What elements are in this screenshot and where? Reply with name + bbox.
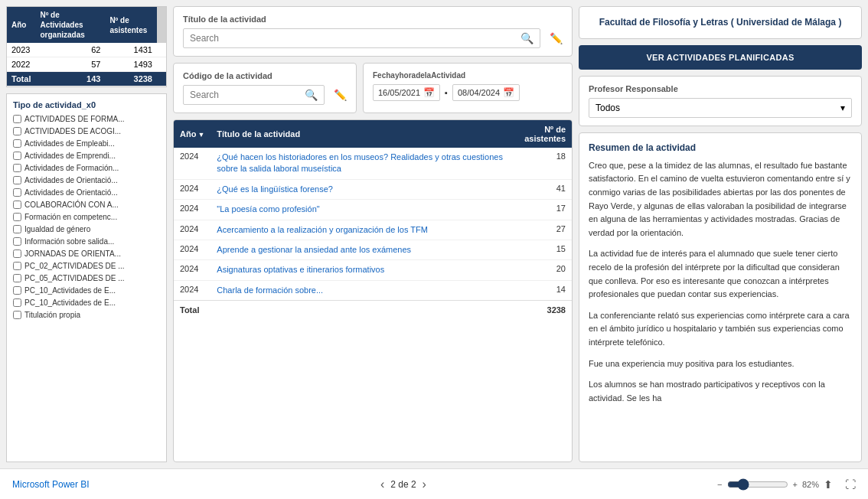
row-title: "La poesía como profesión" bbox=[210, 200, 511, 220]
row-year: 2024 bbox=[174, 200, 210, 220]
list-item[interactable]: Titulación propia bbox=[13, 310, 160, 320]
resumen-paragraph: Los alumnos se han mostrado participativ… bbox=[589, 378, 852, 405]
activity-type-checkbox[interactable] bbox=[13, 139, 21, 148]
activity-type-checkbox[interactable] bbox=[13, 250, 21, 258]
activity-type-label: Igualdad de género bbox=[24, 224, 90, 234]
page-prev-button[interactable]: ‹ bbox=[380, 478, 384, 491]
table-row: 2024Asignaturas optativas e itinerarios … bbox=[174, 260, 572, 280]
zoom-plus-icon[interactable]: + bbox=[793, 480, 798, 489]
activity-type-checkbox[interactable] bbox=[13, 201, 21, 209]
page-indicator: 2 de 2 bbox=[390, 479, 416, 490]
row-attendees: 15 bbox=[511, 240, 572, 259]
filter-row: Código de la actividad 🔍 ✏️ Fechayhorade… bbox=[173, 63, 573, 113]
activity-type-checkbox[interactable] bbox=[13, 213, 21, 221]
table-row: 2024¿Qué es la lingüística forense?41 bbox=[174, 179, 572, 199]
list-item[interactable]: Actividades de Emprendi... bbox=[13, 151, 160, 161]
list-item[interactable]: Igualdad de género bbox=[13, 224, 160, 234]
list-item[interactable]: Formación en competenc... bbox=[13, 212, 160, 222]
right-panel: Facultad de Filosofía y Letras ( Univers… bbox=[579, 6, 862, 462]
btn-actividades-planificadas[interactable]: VER ACTIVIDADES PLANIFICADAS bbox=[579, 45, 862, 70]
codigo-search-box[interactable]: 🔍 bbox=[183, 85, 325, 105]
activity-type-label: PC_05_ACTIVIDADES DE ... bbox=[24, 273, 125, 283]
activity-type-checkbox[interactable] bbox=[13, 152, 21, 160]
list-item[interactable]: COLABORACIÓN CON A... bbox=[13, 200, 160, 210]
fecha-section: FechayhoradelaActividad 16/05/2021 📅 ▪ 0… bbox=[363, 63, 573, 113]
stat-scroll bbox=[157, 57, 166, 72]
stat-attendees: 1493 bbox=[105, 57, 157, 72]
activity-type-label: Titulación propia bbox=[24, 310, 80, 320]
list-item[interactable]: ACTIVIDADES DE ACOGI... bbox=[13, 126, 160, 136]
row-title: Charla de formación sobre... bbox=[210, 280, 511, 300]
stats-col-attendees: Nº de asistentes bbox=[105, 7, 157, 43]
activity-type-checkbox[interactable] bbox=[13, 127, 21, 135]
table-header-title[interactable]: Título de la actividad bbox=[210, 120, 511, 148]
codigo-search-input[interactable] bbox=[190, 90, 305, 100]
fecha-to-calendar-icon[interactable]: 📅 bbox=[503, 87, 514, 98]
table-row: 2022571493 bbox=[7, 57, 166, 72]
activity-type-checkbox[interactable] bbox=[13, 274, 21, 282]
page-next-button[interactable]: › bbox=[423, 478, 426, 491]
stats-total-attendees: 3238 bbox=[105, 72, 157, 86]
table-row: 2024"La poesía como profesión"17 bbox=[174, 200, 572, 220]
activity-type-checkbox[interactable] bbox=[13, 298, 21, 307]
titulo-edit-icon[interactable]: ✏️ bbox=[550, 32, 563, 44]
list-item[interactable]: ACTIVIDADES DE FORMA... bbox=[13, 114, 160, 124]
list-item[interactable]: Actividades de Empleabi... bbox=[13, 139, 160, 148]
fecha-from-field[interactable]: 16/05/2021 📅 bbox=[373, 84, 440, 101]
row-attendees: 41 bbox=[511, 179, 572, 199]
titulo-search-box[interactable]: 🔍 bbox=[183, 28, 540, 48]
table-header-attendees[interactable]: Nº de asistentes bbox=[511, 120, 572, 148]
zoom-minus-icon[interactable]: − bbox=[717, 480, 722, 489]
bottom-bar: Microsoft Power BI ‹ 2 de 2 › − + 82% ⬆ … bbox=[0, 468, 868, 499]
powerbi-link[interactable]: Microsoft Power BI bbox=[12, 479, 90, 490]
activity-type-label: Actividades de Emprendi... bbox=[24, 151, 116, 161]
activity-type-checkbox[interactable] bbox=[13, 115, 21, 123]
zoom-icons: ⬆ ⛶ bbox=[824, 478, 856, 491]
stats-total-scroll bbox=[157, 72, 166, 86]
activity-type-checkbox[interactable] bbox=[13, 225, 21, 233]
list-item[interactable]: PC_02_ACTIVIDADES DE ... bbox=[13, 261, 160, 271]
list-item[interactable]: Actividades de Orientació... bbox=[13, 188, 160, 197]
titulo-search-button[interactable]: 🔍 bbox=[520, 32, 534, 44]
titulo-search-input[interactable] bbox=[190, 33, 520, 44]
list-item[interactable]: Información sobre salida... bbox=[13, 236, 160, 246]
share-icon[interactable]: ⬆ bbox=[824, 478, 833, 491]
table-total-label: Total bbox=[174, 301, 511, 320]
list-item[interactable]: JORNADAS DE ORIENTA... bbox=[13, 249, 160, 259]
activity-type-checkbox[interactable] bbox=[13, 188, 21, 197]
university-name: Facultad de Filosofía y Letras ( Univers… bbox=[589, 16, 852, 29]
fecha-to-field[interactable]: 08/04/2024 📅 bbox=[452, 84, 520, 101]
row-year: 2024 bbox=[174, 220, 210, 240]
list-item[interactable]: PC_10_Actividades de E... bbox=[13, 285, 160, 295]
stat-attendees: 1431 bbox=[105, 43, 157, 57]
stats-table: Año Nº de Actividades organizadas Nº de … bbox=[6, 6, 167, 87]
list-item[interactable]: Actividades de Formación... bbox=[13, 163, 160, 173]
stats-col-year: Año bbox=[7, 7, 35, 43]
fecha-separator: ▪ bbox=[445, 88, 448, 97]
list-item[interactable]: PC_10_Actividades de E... bbox=[13, 298, 160, 308]
profesor-section: Profesor Responsable Todos ▾ bbox=[579, 76, 862, 126]
row-year: 2024 bbox=[174, 260, 210, 280]
activity-type-checkbox[interactable] bbox=[13, 311, 21, 319]
fecha-from-calendar-icon[interactable]: 📅 bbox=[423, 87, 435, 98]
fullscreen-icon[interactable]: ⛶ bbox=[845, 478, 856, 491]
row-attendees: 27 bbox=[511, 220, 572, 240]
activity-type-checkbox[interactable] bbox=[13, 176, 21, 184]
activity-type-checkbox[interactable] bbox=[13, 286, 21, 295]
list-item[interactable]: Actividades de Orientació... bbox=[13, 175, 160, 185]
profesor-label: Profesor Responsable bbox=[589, 84, 852, 93]
profesor-select[interactable]: Todos ▾ bbox=[589, 98, 852, 118]
codigo-search-button[interactable]: 🔍 bbox=[305, 89, 318, 101]
activities-table: Año▼ Título de la actividad Nº de asiste… bbox=[174, 120, 572, 319]
table-header-year[interactable]: Año▼ bbox=[174, 120, 210, 148]
activity-type-checkbox[interactable] bbox=[13, 237, 21, 246]
resumen-paragraph: Creo que, pese a la timidez de las alumn… bbox=[589, 159, 852, 240]
row-title: ¿Qué hacen los historiadores en los muse… bbox=[210, 148, 511, 179]
table-scroll-wrapper[interactable]: Año▼ Título de la actividad Nº de asiste… bbox=[174, 120, 572, 461]
list-item[interactable]: PC_05_ACTIVIDADES DE ... bbox=[13, 273, 160, 283]
resumen-text: Creo que, pese a la timidez de las alumn… bbox=[589, 159, 852, 406]
activity-type-checkbox[interactable] bbox=[13, 164, 21, 172]
codigo-edit-icon[interactable]: ✏️ bbox=[334, 89, 347, 101]
zoom-slider[interactable] bbox=[727, 478, 788, 491]
activity-type-checkbox[interactable] bbox=[13, 262, 21, 270]
